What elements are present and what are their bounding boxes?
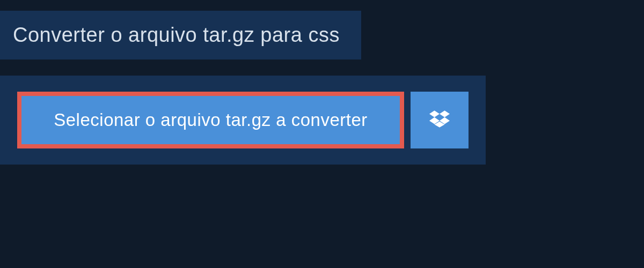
dropbox-button[interactable] bbox=[411, 92, 469, 148]
dropbox-icon bbox=[429, 109, 450, 131]
upload-panel: Selecionar o arquivo tar.gz a converter bbox=[0, 76, 486, 165]
select-file-button[interactable]: Selecionar o arquivo tar.gz a converter bbox=[17, 92, 404, 148]
header-tab: Converter o arquivo tar.gz para css bbox=[0, 11, 361, 59]
select-file-label: Selecionar o arquivo tar.gz a converter bbox=[54, 110, 367, 130]
page-title: Converter o arquivo tar.gz para css bbox=[13, 24, 340, 47]
button-row: Selecionar o arquivo tar.gz a converter bbox=[17, 92, 469, 148]
